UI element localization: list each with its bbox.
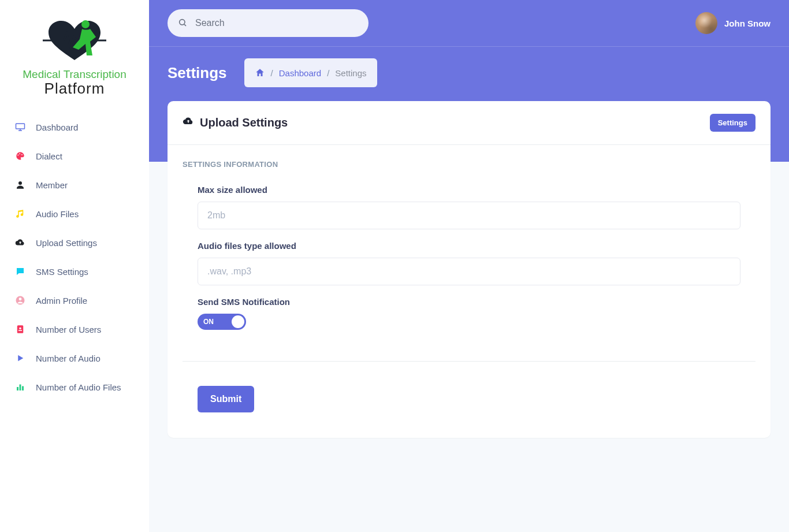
settings-card: Upload Settings Settings SETTINGS INFORM… [168,101,771,438]
sidebar-item-member[interactable]: Member [0,170,149,199]
breadcrumb: / Dashboard / Settings [244,58,377,87]
chat-icon [14,265,27,278]
sidebar-item-upload-settings[interactable]: Upload Settings [0,228,149,257]
label-sms: Send SMS Notification [198,297,740,307]
search-icon [178,18,187,29]
sidebar: Medical Transcription Platform Dashboard… [0,0,149,532]
svg-point-9 [19,328,21,330]
user-icon [14,178,27,191]
label-max-size: Max size allowed [198,185,740,195]
breadcrumb-sep: / [327,68,329,78]
sms-toggle[interactable]: ON [198,314,246,330]
monitor-icon [14,121,27,133]
field-sms: Send SMS Notification ON [183,291,755,336]
chart-icon [14,381,27,393]
sidebar-item-admin-profile[interactable]: Admin Profile [0,286,149,315]
svg-rect-13 [22,386,24,391]
field-max-size: Max size allowed [183,179,755,235]
breadcrumb-current: Settings [335,68,366,78]
svg-point-4 [21,154,23,155]
svg-rect-1 [16,124,25,129]
cloud-upload-icon [14,236,27,249]
section-heading: SETTINGS INFORMATION [168,145,771,173]
search-box[interactable] [168,9,369,37]
svg-point-5 [18,181,22,185]
nav-label: Admin Profile [36,296,87,306]
submit-row: Submit [168,372,771,438]
brand-logo: Medical Transcription Platform [0,5,149,103]
play-icon [14,352,27,364]
avatar [695,12,717,34]
title-bar: Settings / Dashboard / Settings [149,58,789,101]
svg-point-3 [19,153,20,154]
label-types: Audio files type allowed [198,241,740,251]
nav-label: Number of Audio [36,354,101,363]
card-header: Upload Settings Settings [168,101,771,145]
brand-line1: Medical Transcription [23,68,126,81]
header-divider [149,46,789,47]
music-icon [14,207,27,220]
home-icon[interactable] [255,68,265,79]
card-title: Upload Settings [183,116,288,130]
page-title: Settings [168,64,227,82]
nav-label: Upload Settings [36,238,97,248]
submit-button[interactable]: Submit [198,386,254,412]
breadcrumb-dashboard[interactable]: Dashboard [279,68,321,78]
svg-rect-12 [20,385,21,391]
card-divider [183,361,755,362]
avatar-icon [14,294,27,307]
sidebar-item-dialect[interactable]: Dialect [0,142,149,170]
sidebar-item-dashboard[interactable]: Dashboard [0,113,149,142]
sidebar-item-sms-settings[interactable]: SMS Settings [0,257,149,286]
svg-point-14 [180,19,185,24]
palette-icon [14,150,27,162]
settings-form: Max size allowed Audio files type allowe… [168,173,771,351]
svg-point-2 [17,155,18,156]
toggle-state-label: ON [203,318,214,326]
svg-rect-11 [17,387,18,390]
sidebar-item-number-of-users[interactable]: Number of Users [0,315,149,344]
nav-label: Number of Audio Files [36,382,121,392]
settings-button[interactable]: Settings [710,114,755,132]
cloud-upload-icon [183,116,194,130]
field-types: Audio files type allowed [183,235,755,291]
sidebar-nav: Dashboard Dialect Member Audio Files Upl… [0,113,149,401]
user-name: John Snow [724,18,771,28]
svg-point-0 [81,20,90,28]
top-header: John Snow [149,0,789,46]
breadcrumb-sep: / [271,68,273,78]
nav-label: Dashboard [36,122,78,132]
nav-label: Number of Users [36,325,101,334]
search-input[interactable] [194,17,358,29]
card-title-text: Upload Settings [200,116,288,129]
input-types[interactable] [198,258,740,285]
content: Upload Settings Settings SETTINGS INFORM… [149,101,789,461]
id-badge-icon [14,323,27,336]
main: John Snow Settings / Dashboard / Setting… [149,0,789,532]
svg-point-7 [19,297,22,300]
nav-label: SMS Settings [36,267,88,277]
account-menu[interactable]: John Snow [695,12,771,34]
nav-label: Member [36,180,68,190]
sidebar-item-number-of-audio[interactable]: Number of Audio [0,344,149,373]
sidebar-item-audio-files[interactable]: Audio Files [0,199,149,228]
nav-label: Dialect [36,151,62,161]
nav-label: Audio Files [36,209,79,219]
toggle-knob [232,315,244,328]
logo-mark-icon [25,13,124,68]
sidebar-item-number-of-audio-files[interactable]: Number of Audio Files [0,373,149,401]
brand-line2: Platform [44,80,105,98]
input-max-size[interactable] [198,202,740,229]
svg-rect-10 [18,330,22,332]
